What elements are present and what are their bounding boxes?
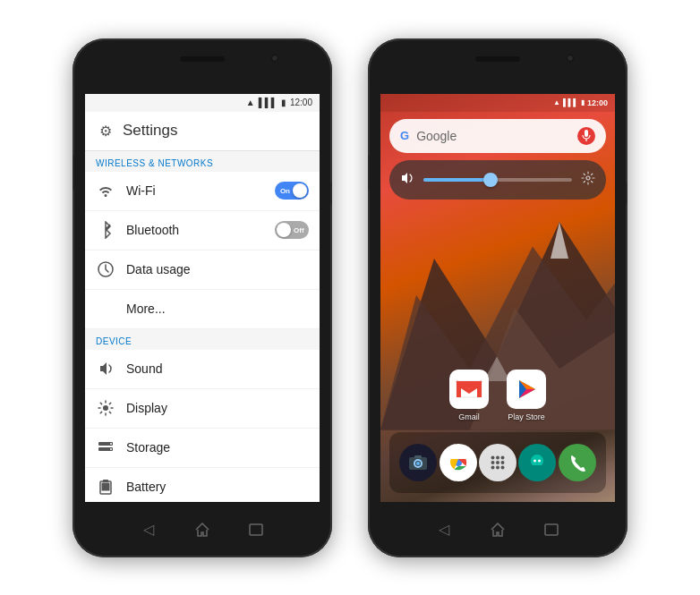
bluetooth-toggle-label: Off — [291, 226, 307, 234]
volume-slider[interactable] — [389, 160, 606, 200]
camera-dock-icon[interactable] — [399, 444, 437, 481]
right-camera — [567, 55, 574, 62]
front-camera — [271, 55, 278, 62]
section-device: DEVICE — [85, 329, 320, 350]
sound-item[interactable]: Sound — [85, 350, 320, 389]
right-home-button[interactable] — [485, 517, 510, 542]
right-time: 12:00 — [587, 98, 608, 107]
google-search-bar[interactable]: G Google — [389, 119, 606, 153]
slider-track[interactable] — [423, 178, 572, 182]
svg-point-33 — [500, 455, 504, 459]
right-status-bar: ▲ ▌▌▌ ▮ 12:00 — [380, 94, 615, 112]
all-apps-icon[interactable] — [479, 444, 516, 481]
bluetooth-toggle-thumb — [277, 223, 291, 237]
section-wireless: WIRELESS & NETWORKS — [85, 151, 320, 172]
time-display: 12:00 — [290, 98, 312, 107]
wifi-toggle-label: On — [277, 187, 293, 195]
bottom-nav: ◁ — [73, 502, 332, 557]
status-bar: ▲ ▌▌▌ ▮ 12:00 — [85, 94, 320, 112]
settings-title: Settings — [123, 122, 177, 140]
svg-point-40 — [531, 455, 543, 467]
more-text: More... — [126, 302, 309, 316]
battery-icon — [96, 477, 115, 497]
bluetooth-text: Bluetooth — [126, 223, 264, 237]
right-volume-button[interactable] — [368, 155, 370, 191]
right-power-button[interactable] — [626, 182, 627, 205]
settings-screen: ▲ ▌▌▌ ▮ 12:00 ⚙ Settings WIRELESS & NETW… — [85, 94, 320, 502]
svg-point-31 — [491, 455, 494, 459]
slider-settings-icon[interactable] — [581, 171, 595, 189]
gmail-app[interactable]: Gmail — [449, 370, 489, 421]
wifi-text: Wi-Fi — [126, 183, 264, 198]
battery-item[interactable]: Battery — [85, 468, 320, 502]
battery-text: Battery — [126, 480, 309, 494]
hangouts-dock-icon[interactable] — [518, 444, 556, 481]
play-store-label: Play Store — [508, 412, 545, 421]
data-usage-item[interactable]: Data usage — [85, 251, 320, 290]
svg-point-36 — [500, 461, 504, 464]
wifi-icon: ▲ — [246, 98, 255, 107]
svg-point-38 — [496, 465, 499, 469]
storage-text: Storage — [126, 440, 309, 455]
sound-text: Sound — [126, 361, 309, 376]
phone-dock-icon[interactable] — [559, 444, 596, 481]
gmail-icon — [449, 370, 489, 409]
play-store-app[interactable]: Play Store — [507, 370, 546, 421]
wifi-toggle[interactable]: On — [275, 182, 309, 200]
svg-rect-43 — [545, 524, 558, 535]
display-text: Display — [126, 401, 309, 415]
play-store-icon — [507, 370, 546, 409]
svg-point-27 — [416, 462, 420, 465]
svg-point-21 — [586, 176, 590, 180]
power-button[interactable] — [330, 182, 332, 205]
more-icon — [96, 299, 115, 319]
bluetooth-icon — [96, 220, 115, 240]
settings-header: ⚙ Settings — [85, 112, 320, 151]
sound-icon — [96, 359, 115, 378]
scene: ▲ ▌▌▌ ▮ 12:00 ⚙ Settings WIRELESS & NETW… — [0, 0, 700, 595]
google-text: Google — [416, 129, 570, 143]
wifi-toggle-thumb — [293, 183, 307, 198]
wifi-item-icon — [96, 181, 115, 200]
svg-point-35 — [496, 461, 499, 464]
svg-point-34 — [491, 461, 494, 464]
slider-thumb[interactable] — [483, 173, 498, 187]
recent-button[interactable] — [243, 517, 269, 542]
settings-gear-icon: ⚙ — [96, 121, 115, 140]
speaker-grille — [180, 56, 225, 62]
wifi-item[interactable]: Wi-Fi On — [85, 172, 320, 211]
google-logo: G — [400, 129, 409, 142]
app-grid: Gmail Play St — [380, 370, 615, 421]
top-bar — [73, 38, 332, 94]
svg-rect-19 — [585, 130, 588, 137]
left-phone: ▲ ▌▌▌ ▮ 12:00 ⚙ Settings WIRELESS & NETW… — [73, 38, 332, 557]
right-phone: ▲ ▌▌▌ ▮ 12:00 G Google — [368, 38, 627, 557]
right-back-button[interactable]: ◁ — [431, 517, 457, 542]
svg-rect-13 — [250, 524, 262, 535]
svg-point-32 — [496, 455, 499, 459]
settings-list-wireless: Wi-Fi On Bluetooth — [85, 172, 320, 329]
more-item[interactable]: More... — [85, 290, 320, 329]
storage-item[interactable]: Storage — [85, 429, 320, 468]
battery-icon: ▮ — [281, 98, 286, 107]
volume-icon — [400, 172, 414, 188]
svg-point-1 — [103, 405, 108, 411]
mic-button[interactable] — [577, 127, 595, 145]
svg-rect-28 — [414, 455, 422, 458]
storage-icon — [96, 438, 115, 457]
volume-button[interactable] — [73, 155, 74, 191]
svg-point-42 — [538, 459, 541, 462]
home-button[interactable] — [190, 517, 215, 542]
right-recent-button[interactable] — [539, 517, 564, 542]
signal-icon: ▌▌▌ — [259, 98, 277, 107]
svg-point-39 — [500, 465, 504, 469]
svg-rect-7 — [103, 480, 108, 482]
data-usage-text: Data usage — [126, 262, 309, 276]
bluetooth-item[interactable]: Bluetooth Off — [85, 211, 320, 251]
chrome-dock-icon[interactable] — [440, 444, 477, 481]
bluetooth-toggle[interactable]: Off — [275, 221, 309, 239]
right-top-bar — [368, 38, 627, 94]
right-wifi-icon: ▲ — [553, 98, 560, 106]
display-item[interactable]: Display — [85, 389, 320, 429]
back-button[interactable]: ◁ — [136, 517, 161, 542]
